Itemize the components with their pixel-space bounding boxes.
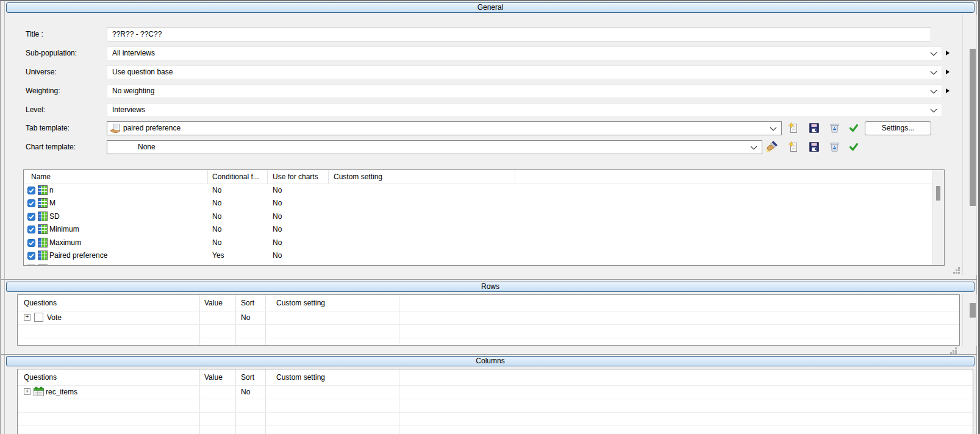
column-separator[interactable]	[399, 369, 399, 434]
question-checkbox-unchecked[interactable]	[34, 313, 43, 322]
panel-splitter[interactable]	[1, 354, 977, 355]
rows-scrollbar-thumb[interactable]	[970, 303, 976, 318]
question-name: rec_items	[46, 385, 77, 399]
column-header-value[interactable]: Value	[204, 295, 223, 311]
sub-population-select[interactable]: All interviews	[107, 46, 942, 60]
save-icon[interactable]	[809, 142, 819, 152]
stat-conditional: Yes	[212, 249, 224, 262]
weighting-more-arrow-icon[interactable]	[946, 88, 950, 93]
column-separator[interactable]	[265, 369, 266, 434]
column-header-custom-setting[interactable]: Custom setting	[276, 295, 325, 311]
rows-section-header[interactable]: Rows	[6, 282, 975, 292]
universe-select[interactable]: Use question base	[107, 65, 942, 79]
expand-plus-icon[interactable]: +	[24, 388, 30, 395]
columns-section-header[interactable]: Columns	[6, 356, 975, 366]
tab-definition-window: General Title : ??R?? - ??C?? Sub-popula…	[0, 0, 980, 434]
checkbox-checked-icon[interactable]	[27, 187, 35, 194]
chevron-down-icon[interactable]	[930, 90, 937, 94]
row-divider	[18, 338, 959, 338]
title-input[interactable]: ??R?? - ??C??	[107, 27, 931, 41]
table-row[interactable]: Minimum No No	[24, 223, 944, 236]
columns-section-title: Columns	[476, 357, 504, 365]
window-gutter-line	[4, 0, 5, 434]
stat-name: n	[49, 184, 54, 197]
column-header-conditional[interactable]: Conditional f...	[212, 170, 259, 183]
save-icon[interactable]	[809, 123, 819, 133]
table-row[interactable]: Paired preference Yes No	[24, 249, 944, 262]
title-label: Title :	[26, 30, 43, 38]
crosstab-icon	[38, 251, 48, 260]
table-row[interactable]: Maximum No No	[24, 237, 944, 249]
green-check-icon[interactable]	[849, 123, 859, 133]
column-separator[interactable]	[235, 369, 236, 434]
table-scrollbar-track[interactable]	[932, 170, 945, 265]
general-scrollbar-thumb[interactable]	[970, 49, 976, 206]
column-separator[interactable]	[207, 170, 208, 183]
general-resize-grip[interactable]	[953, 267, 961, 275]
column-header-use-for-charts[interactable]: Use for charts	[273, 170, 318, 183]
new-document-icon[interactable]	[789, 141, 798, 152]
new-document-icon[interactable]	[789, 123, 798, 133]
stat-name: M	[49, 197, 55, 210]
chevron-down-icon[interactable]	[930, 108, 937, 113]
table-row[interactable]: SD No No	[24, 210, 944, 223]
panel-splitter[interactable]	[1, 279, 977, 280]
universe-value: Use question base	[112, 68, 173, 76]
checkbox-checked-icon[interactable]	[27, 252, 35, 260]
rows-scrollbar-track[interactable]	[962, 294, 977, 346]
document-hand-icon	[110, 124, 121, 133]
column-header-custom-setting[interactable]: Custom setting	[334, 170, 382, 183]
table-row[interactable]: n No No	[24, 184, 944, 197]
table-row-partial[interactable]	[24, 263, 944, 266]
column-header-sort[interactable]: Sort	[241, 369, 254, 385]
universe-more-arrow-icon[interactable]	[946, 69, 950, 74]
delete-bin-icon[interactable]	[830, 142, 839, 152]
weighting-select[interactable]: No weighting	[107, 84, 942, 98]
question-row[interactable]: + rec_items No	[18, 385, 973, 399]
level-select[interactable]: Interviews	[107, 103, 942, 117]
question-sort: No	[241, 385, 250, 399]
column-separator[interactable]	[515, 170, 515, 183]
column-header-questions[interactable]: Questions	[24, 295, 57, 311]
column-header-value[interactable]: Value	[204, 369, 223, 385]
crosstab-icon	[38, 198, 48, 208]
column-separator[interactable]	[199, 369, 200, 434]
stat-conditional: No	[212, 210, 221, 223]
statistics-table[interactable]: Name Conditional f... Use for charts Cus…	[23, 169, 945, 266]
general-section-header[interactable]: General	[6, 2, 975, 13]
rows-section-title: Rows	[481, 282, 499, 291]
sub-population-more-arrow-icon[interactable]	[946, 51, 950, 55]
chevron-down-icon[interactable]	[770, 127, 777, 131]
tab-template-select[interactable]: paired preference	[107, 121, 782, 135]
chevron-down-icon[interactable]	[750, 146, 757, 150]
expand-plus-icon[interactable]: +	[24, 314, 30, 321]
rows-table[interactable]: Questions Value Sort Custom setting + Vo…	[17, 294, 960, 346]
sub-population-label: Sub-population:	[26, 49, 77, 57]
checkbox-checked-icon[interactable]	[27, 199, 35, 207]
checkbox-checked-icon[interactable]	[27, 226, 35, 233]
green-check-icon[interactable]	[849, 142, 859, 152]
window-border-top-2	[0, 1, 980, 1]
general-scrollbar-track[interactable]	[962, 15, 977, 275]
table-scrollbar-thumb[interactable]	[936, 186, 940, 201]
checkbox-unchecked[interactable]	[27, 265, 35, 266]
delete-bin-icon[interactable]	[830, 123, 839, 133]
column-header-custom-setting[interactable]: Custom setting	[276, 369, 325, 385]
stat-conditional: No	[212, 184, 221, 197]
chart-template-select[interactable]: None	[107, 140, 762, 154]
brush-icon[interactable]	[766, 140, 778, 152]
question-row[interactable]: + Vote No	[18, 311, 959, 324]
checkbox-checked-icon[interactable]	[27, 213, 35, 221]
table-row[interactable]: M No No	[24, 197, 944, 210]
column-header-questions[interactable]: Questions	[24, 369, 57, 385]
column-header-sort[interactable]: Sort	[241, 295, 254, 311]
chevron-down-icon[interactable]	[930, 71, 937, 75]
column-separator[interactable]	[328, 170, 329, 183]
chevron-down-icon[interactable]	[930, 52, 937, 56]
checkbox-checked-icon[interactable]	[27, 239, 35, 247]
column-header-name[interactable]: Name	[31, 170, 51, 183]
column-separator[interactable]	[267, 170, 268, 183]
settings-button[interactable]: Settings...	[865, 121, 931, 135]
stat-use-for-charts: No	[273, 249, 282, 262]
columns-table[interactable]: Questions Value Sort Custom setting + re…	[17, 369, 973, 434]
